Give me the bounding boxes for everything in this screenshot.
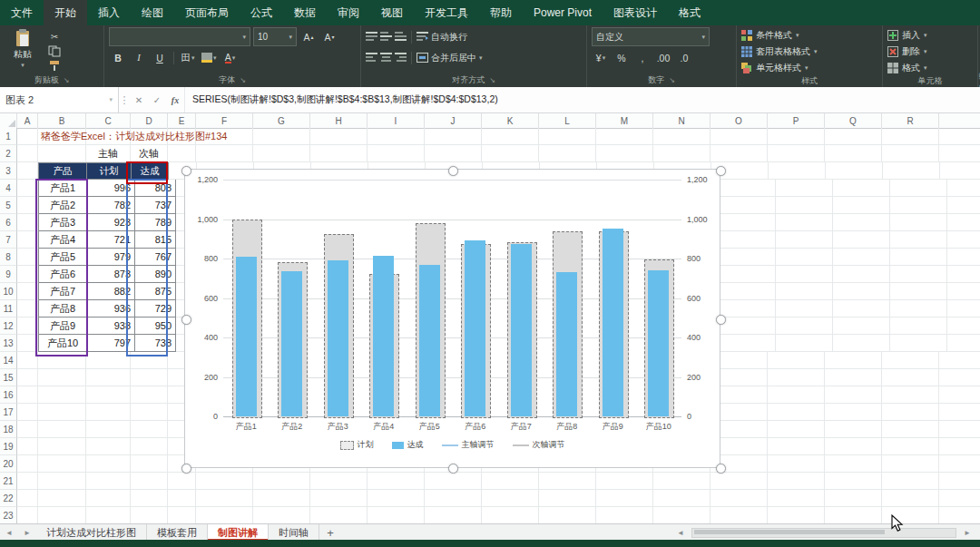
bar-achieve-产品8[interactable]	[556, 272, 577, 416]
cell-P9[interactable]	[776, 266, 833, 283]
alignment-dialog-launcher-icon[interactable]: ↘	[489, 76, 495, 84]
cell-B3[interactable]: 产品	[38, 162, 87, 180]
cell-X10[interactable]	[947, 283, 980, 300]
cell-X3[interactable]	[940, 162, 980, 180]
row-header-7[interactable]: 7	[0, 231, 17, 249]
cell-Q5[interactable]	[833, 197, 890, 214]
align-bottom-icon[interactable]	[395, 32, 407, 42]
font-size-combo[interactable]: 10▾	[253, 27, 297, 46]
cell-K1[interactable]	[482, 128, 539, 145]
cell-Q14[interactable]	[825, 352, 882, 369]
align-center-icon[interactable]	[380, 53, 392, 63]
cell-R22[interactable]	[882, 490, 939, 507]
cell-A5[interactable]	[17, 197, 38, 214]
cell-R21[interactable]	[882, 473, 939, 490]
cell-P11[interactable]	[776, 300, 833, 317]
cell-B6[interactable]: 产品3	[38, 214, 87, 231]
cell-C5[interactable]: 782	[87, 197, 135, 214]
cell-I23[interactable]	[368, 507, 425, 524]
cell-Q20[interactable]	[825, 455, 882, 473]
align-middle-icon[interactable]	[380, 32, 392, 42]
column-header-B[interactable]: B	[38, 113, 86, 129]
copy-icon[interactable]	[46, 45, 63, 57]
cell-G23[interactable]	[253, 507, 310, 524]
row-header-12[interactable]: 12	[0, 317, 17, 335]
cell-Q8[interactable]	[833, 249, 890, 266]
cell-R10[interactable]	[890, 283, 947, 300]
increase-decimal-button[interactable]: .00	[654, 50, 672, 66]
column-header-D[interactable]: D	[131, 113, 168, 129]
cell-C18[interactable]	[86, 421, 131, 438]
cell-B20[interactable]	[38, 455, 86, 473]
fill-color-button[interactable]: ▾	[200, 50, 219, 66]
row-header-18[interactable]: 18	[0, 421, 17, 438]
cell-C16[interactable]	[86, 386, 131, 404]
cell-C11[interactable]: 936	[87, 300, 135, 317]
cell-O8[interactable]	[719, 249, 776, 266]
cell-A4[interactable]	[17, 180, 38, 197]
cell-Q9[interactable]	[833, 266, 890, 283]
row-header-20[interactable]: 20	[0, 455, 17, 473]
cell-P4[interactable]	[776, 180, 833, 197]
cell-R17[interactable]	[882, 404, 939, 421]
bar-achieve-产品2[interactable]	[281, 271, 302, 416]
cell-A21[interactable]	[17, 473, 38, 490]
ribbon-tab-视图[interactable]: 视图	[370, 0, 414, 25]
cell-O13[interactable]	[719, 335, 776, 352]
format-painter-icon[interactable]	[46, 60, 63, 72]
cell-E2[interactable]	[168, 145, 196, 162]
cell-C21[interactable]	[86, 473, 131, 490]
cell-N23[interactable]	[653, 507, 710, 524]
cell-X18[interactable]	[939, 421, 980, 438]
legend-item-主轴调节[interactable]: 主轴调节	[442, 439, 495, 451]
cell-A17[interactable]	[17, 404, 38, 421]
format-cells-button[interactable]: 格式▾	[887, 61, 973, 75]
chart-selection-handle[interactable]	[448, 166, 458, 176]
cell-P20[interactable]	[768, 455, 825, 473]
cell-D18[interactable]	[131, 421, 168, 438]
scrollbar-thumb[interactable]	[694, 530, 885, 534]
column-header-P[interactable]: P	[768, 113, 825, 129]
ribbon-tab-帮助[interactable]: 帮助	[479, 0, 523, 25]
cell-C14[interactable]	[86, 352, 131, 369]
cell-F2[interactable]	[196, 145, 253, 162]
cell-D7[interactable]: 815	[135, 231, 176, 249]
font-color-button[interactable]: A▾	[221, 50, 240, 66]
ribbon-tab-开始[interactable]: 开始	[44, 0, 87, 25]
cell-A14[interactable]	[17, 352, 38, 369]
comma-style-button[interactable]: ,	[633, 50, 652, 66]
cell-D2[interactable]: 次轴	[131, 145, 168, 162]
cell-B5[interactable]: 产品2	[38, 197, 87, 214]
column-header-M[interactable]: M	[596, 113, 653, 129]
cell-Q1[interactable]	[825, 128, 882, 145]
cell-B4[interactable]: 产品1	[38, 180, 87, 197]
cell-A9[interactable]	[17, 266, 38, 283]
cell-P1[interactable]	[768, 128, 825, 145]
cell-Q15[interactable]	[825, 369, 882, 386]
cell-A22[interactable]	[17, 490, 38, 507]
cell-O2[interactable]	[710, 145, 768, 162]
cell-J1[interactable]	[425, 128, 482, 145]
row-header-9[interactable]: 9	[0, 266, 17, 283]
cell-B7[interactable]: 产品4	[38, 231, 87, 249]
chart-selection-handle[interactable]	[716, 166, 726, 176]
cell-M22[interactable]	[596, 490, 653, 507]
italic-button[interactable]: I	[130, 50, 148, 66]
bar-achieve-产品9[interactable]	[603, 229, 623, 416]
cell-K22[interactable]	[482, 490, 539, 507]
cell-Q4[interactable]	[833, 180, 890, 197]
cut-icon[interactable]: ✂	[46, 31, 63, 43]
cell-X9[interactable]	[947, 266, 980, 283]
bar-achieve-产品5[interactable]	[419, 265, 440, 416]
column-header-Q[interactable]: Q	[825, 113, 882, 129]
cell-R5[interactable]	[890, 197, 947, 214]
ribbon-tab-图表设计[interactable]: 图表设计	[603, 0, 668, 25]
cell-A16[interactable]	[17, 386, 38, 404]
cell-P22[interactable]	[768, 490, 825, 507]
cell-A11[interactable]	[17, 300, 38, 317]
cell-G1[interactable]	[253, 128, 310, 145]
cell-Q10[interactable]	[833, 283, 890, 300]
cell-X7[interactable]	[947, 231, 980, 249]
cell-P2[interactable]	[768, 145, 825, 162]
cell-R14[interactable]	[882, 352, 939, 369]
